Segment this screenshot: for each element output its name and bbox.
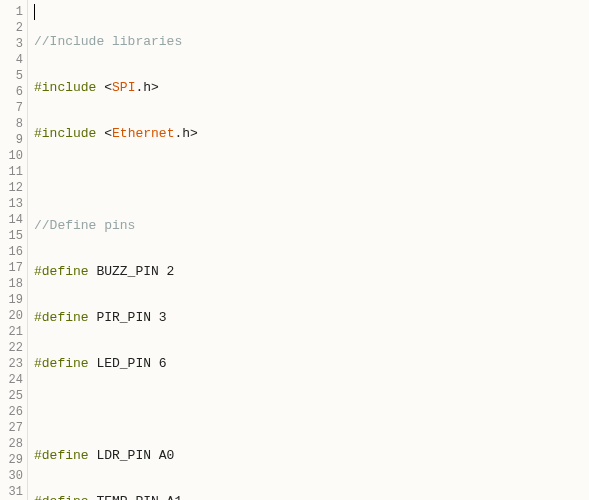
code-line[interactable] bbox=[34, 402, 589, 418]
line-number: 5 bbox=[0, 68, 23, 84]
line-number: 12 bbox=[0, 180, 23, 196]
code-line[interactable]: #define LED_PIN 6 bbox=[34, 356, 589, 372]
line-number: 22 bbox=[0, 340, 23, 356]
preproc: #define bbox=[34, 356, 89, 371]
code-line[interactable]: #define TEMP_PIN A1 bbox=[34, 494, 589, 500]
line-number-gutter: 1 2 3 4 5 6 7 8 9 10 11 12 13 14 15 16 1… bbox=[0, 0, 28, 500]
line-number: 18 bbox=[0, 276, 23, 292]
line-number: 20 bbox=[0, 308, 23, 324]
line-number: 31 bbox=[0, 484, 23, 500]
code-line[interactable] bbox=[34, 172, 589, 188]
code-line[interactable]: #include <SPI.h> bbox=[34, 80, 589, 96]
comment-text: //Include libraries bbox=[34, 34, 182, 49]
line-number: 14 bbox=[0, 212, 23, 228]
line-number: 11 bbox=[0, 164, 23, 180]
line-number: 15 bbox=[0, 228, 23, 244]
line-number: 25 bbox=[0, 388, 23, 404]
line-number: 17 bbox=[0, 260, 23, 276]
line-number: 28 bbox=[0, 436, 23, 452]
code-area[interactable]: //Include libraries #include <SPI.h> #in… bbox=[28, 0, 589, 500]
preproc: #define bbox=[34, 448, 89, 463]
code-line[interactable]: #define LDR_PIN A0 bbox=[34, 448, 589, 464]
plain: < bbox=[96, 80, 112, 95]
plain: LED_PIN 6 bbox=[89, 356, 167, 371]
plain: .h> bbox=[135, 80, 158, 95]
code-line[interactable]: //Define pins bbox=[34, 218, 589, 234]
comment-text: //Define pins bbox=[34, 218, 135, 233]
line-number: 29 bbox=[0, 452, 23, 468]
code-line[interactable]: #define BUZZ_PIN 2 bbox=[34, 264, 589, 280]
plain: BUZZ_PIN 2 bbox=[89, 264, 175, 279]
code-line[interactable]: //Include libraries bbox=[34, 34, 589, 50]
line-number: 24 bbox=[0, 372, 23, 388]
line-number: 23 bbox=[0, 356, 23, 372]
line-number: 16 bbox=[0, 244, 23, 260]
code-editor[interactable]: 1 2 3 4 5 6 7 8 9 10 11 12 13 14 15 16 1… bbox=[0, 0, 589, 500]
preproc: #include bbox=[34, 126, 96, 141]
class-name: Ethernet bbox=[112, 126, 174, 141]
preproc: #include bbox=[34, 80, 96, 95]
class-name: SPI bbox=[112, 80, 135, 95]
plain: < bbox=[96, 126, 112, 141]
line-number: 7 bbox=[0, 100, 23, 116]
line-number: 1 bbox=[0, 4, 23, 20]
line-number: 27 bbox=[0, 420, 23, 436]
plain: PIR_PIN 3 bbox=[89, 310, 167, 325]
code-line[interactable]: #include <Ethernet.h> bbox=[34, 126, 589, 142]
line-number: 21 bbox=[0, 324, 23, 340]
line-number: 8 bbox=[0, 116, 23, 132]
line-number: 3 bbox=[0, 36, 23, 52]
preproc: #define bbox=[34, 310, 89, 325]
line-number: 30 bbox=[0, 468, 23, 484]
plain: LDR_PIN A0 bbox=[89, 448, 175, 463]
preproc: #define bbox=[34, 264, 89, 279]
line-number: 4 bbox=[0, 52, 23, 68]
line-number: 6 bbox=[0, 84, 23, 100]
code-line[interactable]: #define PIR_PIN 3 bbox=[34, 310, 589, 326]
line-number: 26 bbox=[0, 404, 23, 420]
line-number: 10 bbox=[0, 148, 23, 164]
line-number: 13 bbox=[0, 196, 23, 212]
text-cursor bbox=[34, 4, 35, 20]
preproc: #define bbox=[34, 494, 89, 500]
line-number: 19 bbox=[0, 292, 23, 308]
plain: TEMP_PIN A1 bbox=[89, 494, 183, 500]
line-number: 9 bbox=[0, 132, 23, 148]
plain: .h> bbox=[174, 126, 197, 141]
line-number: 2 bbox=[0, 20, 23, 36]
